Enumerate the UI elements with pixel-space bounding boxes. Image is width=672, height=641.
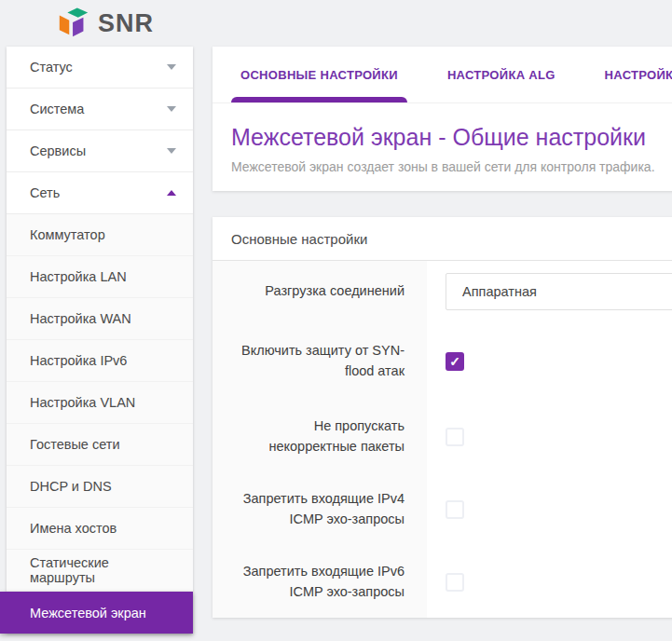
field-label: Разгрузка соединений (213, 261, 427, 321)
settings-panel: Основные настройки Разгрузка соединений … (213, 217, 672, 618)
page-subtitle: Межсетевой экран создает зоны в вашей се… (231, 159, 672, 174)
sidebar-item-label: Статус (30, 60, 73, 75)
field-label: Не пропускать некорректные пакеты (213, 401, 427, 473)
check-icon: ✓ (449, 355, 460, 368)
chevron-up-icon (167, 190, 176, 196)
form-row: Запретить входящие IPv4 ICMP эхо-запросы (213, 473, 672, 546)
sidebar-item[interactable]: Статус (7, 47, 193, 89)
field-control (427, 546, 672, 618)
form-row: Включить защиту от SYN-flood атак ✓ (213, 321, 672, 401)
sidebar-item-label: Сервисы (30, 143, 86, 158)
page-header: Межсетевой экран - Общие настройки Межсе… (213, 103, 672, 174)
checkbox[interactable] (446, 573, 464, 592)
chevron-down-icon (167, 106, 176, 112)
sidebar-item[interactable]: Межсетевой экран (0, 592, 193, 634)
checkbox[interactable] (446, 428, 464, 446)
tab-label: ОСНОВНЫЕ НАСТРОЙКИ (240, 68, 398, 82)
sidebar-item[interactable]: Система (7, 89, 193, 130)
sidebar-item-label: Настройка LAN (30, 269, 127, 284)
sidebar-item[interactable]: Настройка IPv6 (7, 340, 193, 382)
brand-logo: SNR (56, 5, 154, 42)
offload-select[interactable]: Аппаратная (446, 273, 672, 310)
checkbox[interactable]: ✓ (446, 352, 464, 371)
snr-cube-icon (56, 6, 91, 41)
header-card: ОСНОВНЫЕ НАСТРОЙКИ НАСТРОЙКА ALG НАСТРОЙ… (213, 47, 672, 191)
tab[interactable]: ОСНОВНЫЕ НАСТРОЙКИ (231, 47, 407, 102)
router-admin-page: SNR Статус Система Сервисы Сеть (0, 0, 672, 641)
field-control: Аппаратная (427, 261, 672, 321)
form-row: Разгрузка соединений Аппаратная (213, 261, 672, 321)
sidebar-item-label: Система (30, 102, 84, 116)
tab-label: НАСТРОЙКА DMZ (605, 68, 672, 82)
settings-form: Разгрузка соединений Аппаратная Включить… (213, 261, 672, 618)
sidebar-item-label: Имена хостов (30, 521, 117, 536)
sidebar-item[interactable]: Статические маршруты (7, 550, 193, 592)
sidebar-item[interactable]: DHCP и DNS (7, 466, 193, 508)
form-row: Запретить входящие IPv6 ICMP эхо-запросы (213, 546, 672, 618)
sidebar-item[interactable]: Сеть (7, 172, 193, 214)
select-value: Аппаратная (462, 284, 537, 299)
tab-bar: ОСНОВНЫЕ НАСТРОЙКИ НАСТРОЙКА ALG НАСТРОЙ… (213, 47, 672, 103)
field-label: Запретить входящие IPv4 ICMP эхо-запросы (213, 473, 427, 546)
sidebar-item[interactable]: Настройка VLAN (7, 382, 193, 424)
sidebar-item-label: Сеть (30, 185, 60, 200)
sidebar-item-label: Настройка IPv6 (30, 353, 127, 368)
panel-title: Основные настройки (213, 217, 672, 261)
sidebar-item[interactable]: Имена хостов (7, 508, 193, 550)
sidebar-item[interactable]: Настройка LAN (7, 256, 193, 298)
sidebar-item[interactable]: Сервисы (7, 130, 193, 172)
field-control: ✓ (427, 321, 672, 401)
form-row: Не пропускать некорректные пакеты (213, 401, 672, 473)
field-label: Включить защиту от SYN-flood атак (213, 321, 427, 401)
sidebar-item-label: Настройка WAN (30, 311, 131, 326)
sidebar-item[interactable]: Коммутатор (7, 214, 193, 256)
sidebar-item-label: Межсетевой экран (30, 606, 146, 621)
chevron-down-icon (167, 148, 176, 154)
chevron-down-icon (167, 64, 176, 70)
tab[interactable]: НАСТРОЙКА DMZ (596, 47, 672, 102)
sidebar-item-label: Статические маршруты (30, 555, 176, 585)
field-control (427, 473, 672, 546)
checkbox[interactable] (446, 500, 464, 519)
sidebar-item-label: Коммутатор (30, 227, 105, 242)
sidebar-item-label: Гостевые сети (30, 437, 120, 452)
field-label: Запретить входящие IPv6 ICMP эхо-запросы (213, 546, 427, 618)
tab[interactable]: НАСТРОЙКА ALG (438, 47, 565, 102)
field-control (427, 401, 672, 473)
sidebar-item-label: DHCP и DNS (30, 479, 112, 494)
sidebar-item[interactable]: Гостевые сети (7, 424, 193, 466)
sidebar-nav: Статус Система Сервисы Сеть (7, 47, 193, 634)
brand-name: SNR (98, 9, 154, 38)
main-content: ОСНОВНЫЕ НАСТРОЙКИ НАСТРОЙКА ALG НАСТРОЙ… (213, 47, 672, 618)
active-tab-indicator (231, 97, 407, 102)
tab-label: НАСТРОЙКА ALG (447, 68, 555, 82)
sidebar-item[interactable]: Настройка WAN (7, 298, 193, 340)
sidebar-item-label: Настройка VLAN (30, 395, 135, 410)
page-title: Межсетевой экран - Общие настройки (231, 122, 672, 154)
